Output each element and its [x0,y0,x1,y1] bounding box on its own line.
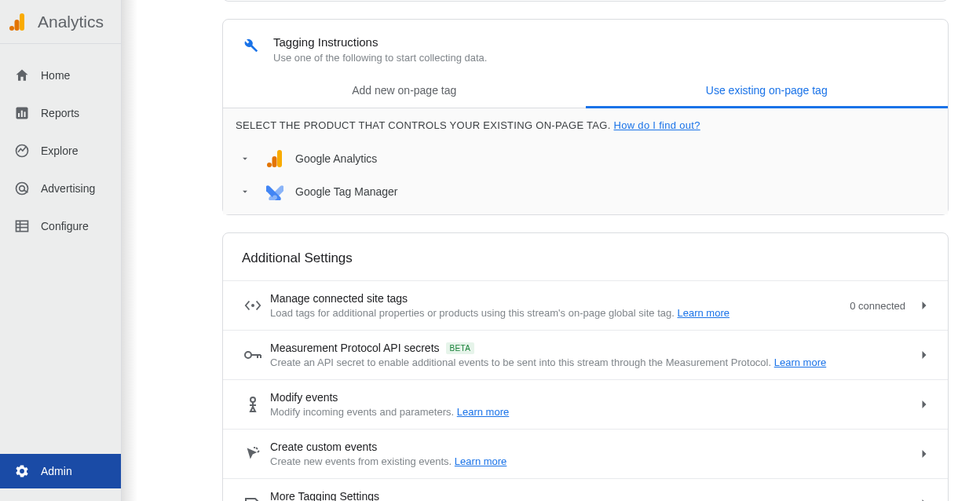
explore-icon [13,141,31,160]
modify-events-icon [239,396,267,413]
nav-explore-label: Explore [41,144,78,157]
connected-tags-learn-link[interactable]: Learn more [677,307,729,319]
svg-rect-6 [24,112,26,117]
nav-admin-label: Admin [41,465,72,477]
key-icon [239,349,267,360]
additional-settings-card: Additional Settings Manage connected sit… [222,232,949,501]
tab-add-new-tag[interactable]: Add new on-page tag [223,73,586,108]
nav-configure[interactable]: Configure [0,207,121,245]
modify-events-desc: Modify incoming events and parameters. L… [270,406,916,418]
nav-configure-label: Configure [41,220,89,232]
custom-events-learn-link[interactable]: Learn more [455,455,506,467]
svg-point-16 [267,163,272,167]
svg-rect-14 [277,150,282,167]
chevron-down-icon [236,153,254,164]
select-product-text: SELECT THE PRODUCT THAT CONTROLS YOUR EX… [236,119,611,131]
brand-title: Analytics [38,13,104,31]
tagging-header: Tagging Instructions Use one of the foll… [223,20,948,73]
nav-advertising[interactable]: Advertising [0,170,121,207]
reports-icon [13,104,31,123]
api-secrets-title: Measurement Protocol API secrets BETA [270,342,916,354]
tab-use-existing-tag[interactable]: Use existing on-page tag [586,73,949,108]
svg-point-25 [250,397,255,402]
svg-point-21 [245,352,251,358]
chevron-right-icon [916,496,932,501]
tagging-subtitle: Use one of the following to start collec… [273,52,487,64]
svg-point-8 [16,183,28,195]
tag-icon [239,496,267,501]
setting-connected-tags[interactable]: Manage connected site tags Load tags for… [223,280,948,330]
custom-events-desc: Create new events from existing events. … [270,455,916,467]
chevron-right-icon [916,298,932,313]
wrench-icon [242,35,273,64]
svg-rect-15 [272,156,277,167]
advertising-icon [13,179,31,198]
setting-more-tagging[interactable]: More Tagging Settings Configure client-s… [223,478,948,501]
custom-events-title: Create custom events [270,441,916,453]
chevron-down-icon [236,186,254,197]
nav-explore[interactable]: Explore [0,132,121,170]
nav: Home Reports Explore Advertising [0,44,121,245]
brand: Analytics [0,0,121,44]
svg-line-26 [256,448,258,449]
custom-events-icon [239,446,267,462]
connected-tags-icon [239,298,267,313]
select-product-label: SELECT THE PRODUCT THAT CONTROLS YOUR EX… [223,108,948,142]
gtm-product-label: Google Tag Manager [295,185,398,198]
chevron-right-icon [916,446,932,462]
svg-line-27 [258,451,259,452]
svg-point-2 [9,26,14,31]
gear-icon [13,462,31,481]
connected-tags-title: Manage connected site tags [270,292,850,305]
modify-events-learn-link[interactable]: Learn more [457,406,509,418]
nav-home-label: Home [41,69,70,82]
svg-rect-10 [16,221,28,231]
beta-badge: BETA [446,342,475,354]
sidebar: Analytics Home Reports Explore [0,0,122,501]
chevron-right-icon [916,347,932,363]
home-icon [13,66,31,85]
connected-tags-desc: Load tags for additional properties or p… [270,307,850,319]
analytics-logo-icon [9,13,25,31]
setting-api-secrets[interactable]: Measurement Protocol API secrets BETA Cr… [223,330,948,379]
nav-admin[interactable]: Admin [0,454,121,488]
main-content: Tagging Instructions Use one of the foll… [122,0,980,501]
modify-events-title: Modify events [270,391,916,404]
additional-settings-title: Additional Settings [223,233,948,280]
nav-reports[interactable]: Reports [0,94,121,132]
product-list: Google Analytics Google Tag Manager [223,142,948,214]
ga-product-label: Google Analytics [295,152,377,165]
chevron-right-icon [916,397,932,412]
svg-rect-4 [18,113,20,117]
configure-icon [13,217,31,236]
nav-reports-label: Reports [41,107,79,119]
tagging-tabs: Add new on-page tag Use existing on-page… [223,73,948,108]
tagging-title: Tagging Instructions [273,35,487,49]
svg-rect-5 [21,111,23,117]
how-find-out-link[interactable]: How do I find out? [614,119,700,131]
setting-custom-events[interactable]: Create custom events Create new events f… [223,429,948,478]
svg-rect-0 [20,13,24,31]
api-secrets-learn-link[interactable]: Learn more [774,357,826,368]
svg-point-19 [272,195,277,199]
svg-point-20 [252,305,254,306]
ga-product-icon [259,150,291,167]
gtm-product-icon [259,183,291,200]
product-google-tag-manager[interactable]: Google Tag Manager [223,175,948,208]
tagging-card: Tagging Instructions Use one of the foll… [222,19,949,215]
svg-rect-1 [15,20,20,31]
previous-card [222,0,949,2]
more-tagging-title: More Tagging Settings [270,490,916,501]
nav-home[interactable]: Home [0,57,121,94]
product-google-analytics[interactable]: Google Analytics [223,142,948,175]
api-secrets-desc: Create an API secret to enable additiona… [270,357,916,368]
setting-modify-events[interactable]: Modify events Modify incoming events and… [223,379,948,429]
nav-advertising-label: Advertising [41,182,95,195]
connected-tags-count: 0 connected [850,300,905,312]
